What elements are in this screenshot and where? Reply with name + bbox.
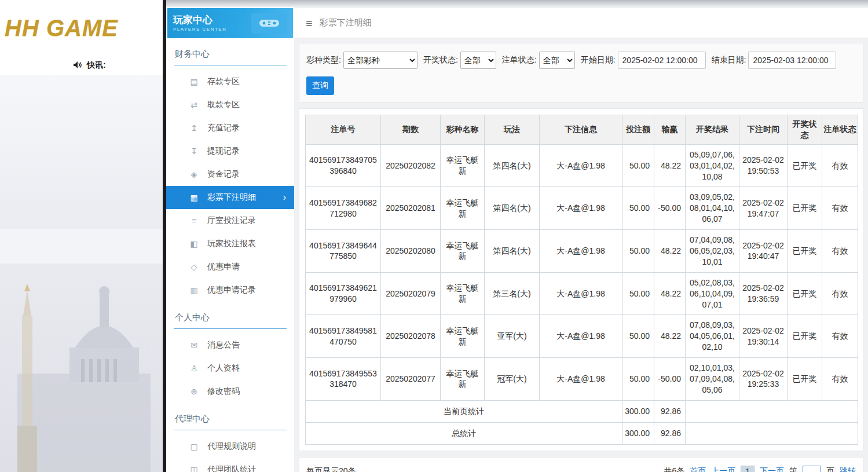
jump-suffix-label: 页 (826, 466, 834, 472)
end-date-input[interactable] (748, 52, 836, 69)
menu-item-label: 个人资料 (207, 363, 240, 374)
sidebar-menu-item[interactable]: ▦ 彩票下注明细 › (166, 186, 294, 209)
cell-play-type: 第四名(大) (485, 187, 540, 230)
gamepad-icon (251, 13, 287, 34)
sidebar-menu-item[interactable]: ◫ 代理团队统计 › (166, 458, 294, 472)
brand-logo: HH GAME (5, 15, 118, 41)
menu-item-icon: ◇ (189, 262, 199, 272)
cell-bet-time: 2025-02-02 19:36:59 (739, 272, 788, 315)
table-row: 401569173849705396840 20250202082 幸运飞艇新 … (306, 144, 858, 187)
menu-item-icon: ▥ (189, 286, 199, 295)
sidebar-menu-item[interactable]: ▤ 存款专区 › (166, 70, 294, 93)
menu-item-label: 充值记录 (207, 123, 240, 133)
total-summary-win: 92.86 (654, 422, 686, 444)
sidebar-menu-item[interactable]: ⊕ 修改密码 › (166, 380, 294, 403)
column-header: 开奖状态 (788, 115, 822, 145)
lottery-type-select[interactable]: 全部彩种 (343, 52, 417, 69)
menu-item-label: 提现记录 (207, 146, 240, 156)
cell-play-type: 亚军(大) (485, 315, 540, 358)
current-page-button[interactable]: 1 (741, 466, 755, 472)
jump-prefix-label: 第 (789, 466, 797, 472)
filter-panel: 彩种类型: 全部彩种 开奖状态: 全部 注单状态: 全部 (299, 43, 863, 103)
cell-order-status: 有效 (822, 144, 858, 187)
sidebar-menu-item[interactable]: ◧ 玩家投注报表 › (166, 232, 294, 255)
column-header: 投注额 (622, 115, 654, 145)
next-page-link[interactable]: 下一页 (760, 466, 784, 472)
news-label: 快讯: (87, 60, 106, 71)
menu-item-icon: ◧ (189, 239, 199, 248)
cell-bet-time: 2025-02-02 19:50:53 (739, 144, 788, 187)
jump-link[interactable]: 跳转 (840, 466, 856, 472)
cell-order-status: 有效 (822, 315, 858, 358)
menu-toggle-icon[interactable]: ≡ (306, 17, 313, 29)
column-header: 彩种名称 (441, 115, 485, 145)
menu-item-icon: ▤ (189, 77, 199, 86)
start-date-input[interactable] (618, 52, 706, 69)
sidebar-menu-item[interactable]: ♙ 个人资料 › (166, 357, 294, 380)
cell-bet-amount: 50.00 (622, 144, 654, 187)
sidebar-menu-item[interactable]: ⇄ 取款专区 › (166, 93, 294, 116)
finance-menu: ▤ 存款专区 › ⇄ 取款专区 › ↥ 充值记录 (166, 65, 294, 302)
sidebar-menu-item[interactable]: ◇ 优惠申请 › (166, 255, 294, 279)
cell-play-type: 第三名(大) (485, 272, 540, 315)
order-status-label: 注单状态: (502, 55, 537, 65)
prev-page-link[interactable]: 上一页 (711, 466, 735, 472)
sidebar-menu-item[interactable]: ↧ 提现记录 › (166, 140, 294, 163)
cell-win-loss: -50.00 (654, 358, 686, 401)
column-header: 注单号 (306, 115, 381, 145)
section-personal-center: 个人中心 (174, 310, 287, 329)
menu-item-icon: ◫ (189, 465, 199, 472)
page-summary-amount: 300.00 (622, 400, 654, 422)
total-count-text: 共6条 (664, 466, 684, 472)
cell-order-status: 有效 (822, 358, 858, 401)
table-panel: 注单号 期数 彩种名称 玩法 下注信息 (299, 108, 863, 451)
sidebar-menu-item[interactable]: ↥ 充值记录 › (166, 116, 294, 140)
sidebar-subtitle: PLAYERS CENTER (173, 27, 226, 32)
cell-bet-time: 2025-02-02 19:47:07 (739, 187, 788, 230)
cell-order-no: 401569173849581470750 (306, 315, 381, 358)
cell-order-no: 401569173849621979960 (306, 272, 381, 315)
cell-bet-info: 大-A盘@1.98 (540, 144, 622, 187)
page-jump-input[interactable] (803, 466, 821, 472)
menu-item-label: 存款专区 (207, 76, 240, 87)
app-frame: 玩家中心 PLAYERS CENTER 财务中心 ▤ 存款专区 › (166, 0, 868, 472)
cell-win-loss: 48.22 (654, 230, 686, 273)
table-row: 401569173849644775850 20250202080 幸运飞艇新 … (306, 230, 858, 273)
cell-period: 20250202080 (381, 230, 441, 273)
cell-bet-info: 大-A盘@1.98 (540, 315, 622, 358)
menu-item-icon: ⇄ (189, 100, 199, 109)
cell-lottery-name: 幸运飞艇新 (441, 272, 485, 315)
menu-item-icon: ✉ (189, 341, 199, 350)
menu-item-icon: ≡ (189, 216, 199, 225)
column-header: 注单状态 (822, 115, 858, 145)
cell-play-type: 冠军(大) (485, 358, 540, 401)
cell-bet-info: 大-A盘@1.98 (540, 187, 622, 230)
menu-item-label: 代理规则说明 (207, 441, 256, 452)
agent-menu: ▢ 代理规则说明 › ◫ 代理团队统计 › (166, 430, 294, 472)
cell-draw-status: 已开奖 (788, 315, 822, 358)
menu-item-label: 优惠申请记录 (207, 285, 256, 295)
draw-status-select[interactable]: 全部 (460, 52, 496, 69)
cell-win-loss: 48.22 (654, 144, 686, 187)
cell-period: 20250202078 (381, 315, 441, 358)
sidebar: 玩家中心 PLAYERS CENTER 财务中心 ▤ 存款专区 › (166, 7, 294, 472)
sidebar-menu-item[interactable]: ▥ 优惠申请记录 › (166, 279, 294, 302)
sidebar-menu-item[interactable]: ✉ 消息公告 › (166, 334, 294, 357)
order-status-select[interactable]: 全部 (539, 52, 575, 69)
menu-item-icon: ▦ (189, 193, 199, 202)
sidebar-menu-item[interactable]: ▢ 代理规则说明 › (166, 435, 294, 458)
menu-item-label: 资金记录 (207, 169, 240, 180)
first-page-link[interactable]: 首页 (690, 466, 706, 472)
page-summary-win: 92.86 (654, 400, 686, 422)
cell-order-no: 401569173849705396840 (306, 144, 381, 187)
cell-win-loss: 48.22 (654, 272, 686, 315)
menu-item-label: 消息公告 (207, 340, 240, 350)
cell-bet-time: 2025-02-02 19:25:33 (739, 358, 788, 401)
sidebar-menu-item[interactable]: ◈ 资金记录 › (166, 163, 294, 186)
cell-draw-status: 已开奖 (788, 187, 822, 230)
sidebar-menu-item[interactable]: ≡ 厅室投注记录 › (166, 209, 294, 232)
logo-area: HH GAME (0, 0, 163, 56)
search-button[interactable]: 查询 (306, 76, 334, 95)
cell-bet-info: 大-A盘@1.98 (540, 230, 622, 273)
cell-bet-time: 2025-02-02 19:40:47 (739, 230, 788, 273)
